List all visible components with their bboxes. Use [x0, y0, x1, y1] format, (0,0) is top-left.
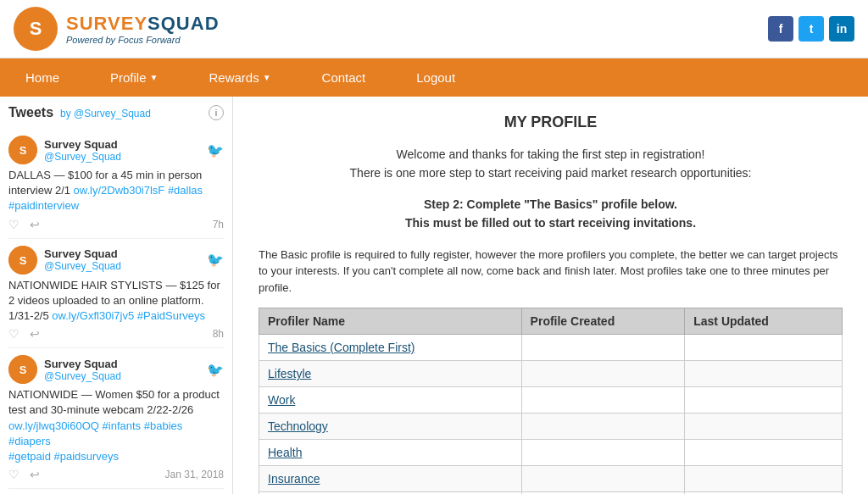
profile-created-cell	[521, 335, 685, 361]
tweet-name: Survey Squad	[44, 358, 121, 370]
avatar: S	[8, 246, 37, 275]
tweet-item: S Survey Squad @Survey_Squad 🐦	[8, 489, 224, 494]
table-row: Technology	[259, 414, 843, 440]
tweet-handle: @Survey_Squad	[44, 370, 121, 382]
profiler-name-cell: Work	[259, 387, 522, 414]
nav-rewards[interactable]: Rewards ▼	[183, 58, 296, 97]
tweet-text: DALLAS — $100 for a 45 min in person int…	[8, 168, 224, 214]
tweets-info-icon[interactable]: i	[209, 105, 224, 120]
retweet-icon[interactable]: ↩	[30, 327, 40, 341]
profile-created-cell	[521, 440, 685, 466]
tweet-name: Survey Squad	[44, 138, 121, 151]
profile-created-cell	[521, 361, 685, 387]
profiler-name-cell: Health	[259, 440, 522, 466]
svg-text:S: S	[19, 364, 27, 376]
tweet-text: NATIONWIDE — Women $50 for a product tes…	[8, 387, 224, 464]
avatar: S	[8, 136, 37, 164]
last-updated-cell	[685, 440, 843, 466]
tweet-actions: ♡ ↩ Jan 31, 2018	[8, 468, 224, 481]
table-row: Health	[259, 440, 843, 466]
table-row: The Basics (Complete First)	[259, 335, 843, 361]
tweets-header: Tweets by @Survey_Squad i	[8, 105, 224, 120]
profiler-name-cell: Insurance	[259, 466, 522, 492]
retweet-icon[interactable]: ↩	[30, 218, 40, 231]
tweet-link[interactable]: ow.ly/jlwq30i60OQ	[8, 419, 99, 432]
retweet-icon[interactable]: ↩	[30, 468, 40, 481]
tweet-actions: ♡ ↩ 7h	[8, 218, 224, 231]
profiler-name-link[interactable]: Health	[268, 446, 302, 459]
last-updated-cell	[685, 335, 843, 361]
tweet-name: Survey Squad	[44, 247, 121, 260]
table-row: Lifestyle	[259, 361, 843, 387]
heart-icon[interactable]: ♡	[8, 327, 19, 341]
profile-arrow-icon: ▼	[150, 73, 159, 82]
table-row: Work	[259, 387, 843, 414]
tweet-time: 7h	[213, 219, 224, 230]
logo-title: SURVEYSQUAD	[66, 13, 220, 35]
facebook-button[interactable]: f	[768, 16, 793, 42]
tweet-handle: @Survey_Squad	[44, 151, 121, 163]
tweet-handle: @Survey_Squad	[44, 260, 121, 272]
page-title: MY PROFILE	[259, 114, 843, 131]
twitter-bird-icon: 🐦	[207, 142, 224, 158]
welcome-text: Welcome and thanks for taking the first …	[259, 145, 843, 183]
nav-contact[interactable]: Contact	[297, 58, 392, 97]
tweet-link[interactable]: ow.ly/2Dwb30i7lsF	[74, 184, 165, 197]
tweet-time: Jan 31, 2018	[165, 469, 224, 480]
nav: Home Profile ▼ Rewards ▼ Contact Logout	[0, 58, 868, 97]
profiler-name-cell: Lifestyle	[259, 361, 522, 387]
last-updated-cell	[685, 414, 843, 440]
table-row: Insurance	[259, 466, 843, 492]
heart-icon[interactable]: ♡	[8, 468, 19, 481]
tweet-link[interactable]: ow.ly/Gxfl30i7jv5	[52, 309, 134, 322]
logo-text: SURVEYSQUAD Powered by Focus Forward	[66, 13, 220, 45]
tweet-actions: ♡ ↩ 8h	[8, 327, 224, 341]
logo-area: S SURVEYSQUAD Powered by Focus Forward	[14, 7, 220, 51]
main-layout: Tweets by @Survey_Squad i S Survey Squad…	[0, 97, 868, 494]
last-updated-cell	[685, 466, 843, 492]
last-updated-cell	[685, 361, 843, 387]
social-icons: f t in	[768, 16, 854, 42]
tweet-time: 8h	[213, 328, 224, 340]
profiler-table: Profiler Name Profile Created Last Updat…	[259, 308, 843, 494]
twitter-button[interactable]: t	[798, 16, 824, 42]
nav-logout[interactable]: Logout	[391, 58, 481, 97]
tweet-text: NATIONWIDE HAIR STYLISTS — $125 for 2 vi…	[8, 278, 224, 325]
profiler-name-link[interactable]: Work	[268, 393, 295, 407]
last-updated-cell	[685, 387, 843, 414]
profiler-name-link[interactable]: Insurance	[268, 472, 320, 486]
heart-icon[interactable]: ♡	[8, 218, 19, 231]
tweet-item: S Survey Squad @Survey_Squad 🐦 NATIONWID…	[8, 348, 224, 489]
profile-created-cell	[521, 387, 685, 414]
nav-profile[interactable]: Profile ▼	[85, 58, 183, 97]
linkedin-button[interactable]: in	[829, 16, 854, 42]
nav-home[interactable]: Home	[0, 58, 85, 97]
rewards-arrow-icon: ▼	[263, 73, 271, 82]
table-header-name: Profiler Name	[259, 308, 522, 335]
twitter-bird-icon: 🐦	[207, 362, 224, 378]
profile-created-cell	[521, 414, 685, 440]
svg-text:S: S	[19, 253, 27, 266]
tweets-by: by @Survey_Squad	[60, 108, 151, 119]
main-content: MY PROFILE Welcome and thanks for taking…	[233, 97, 868, 494]
table-header-updated: Last Updated	[685, 308, 843, 335]
profiler-name-link[interactable]: Lifestyle	[268, 367, 311, 380]
tweet-item: S Survey Squad @Survey_Squad 🐦 NATIONWID…	[8, 239, 224, 349]
logo-tagline: Powered by Focus Forward	[66, 35, 220, 45]
tweet-item: S Survey Squad @Survey_Squad 🐦 DALLAS — …	[8, 129, 224, 239]
twitter-bird-icon: 🐦	[207, 252, 224, 268]
avatar: S	[8, 355, 37, 384]
profiler-name-link[interactable]: Technology	[268, 419, 328, 433]
profile-created-cell	[521, 466, 685, 492]
table-header-created: Profile Created	[521, 308, 685, 335]
step-text: Step 2: Complete "The Basics" profile be…	[259, 195, 843, 233]
svg-text:S: S	[30, 18, 42, 39]
profiler-name-link[interactable]: The Basics (Complete First)	[268, 341, 415, 354]
profiler-table-body: The Basics (Complete First)LifestyleWork…	[259, 335, 843, 494]
header: S SURVEYSQUAD Powered by Focus Forward f…	[0, 0, 868, 58]
description-text: The Basic profile is required to fully r…	[259, 247, 843, 297]
svg-text:S: S	[19, 144, 27, 157]
profiler-name-cell: The Basics (Complete First)	[259, 335, 522, 361]
profiler-name-cell: Technology	[259, 414, 522, 440]
sidebar: Tweets by @Survey_Squad i S Survey Squad…	[0, 97, 233, 494]
